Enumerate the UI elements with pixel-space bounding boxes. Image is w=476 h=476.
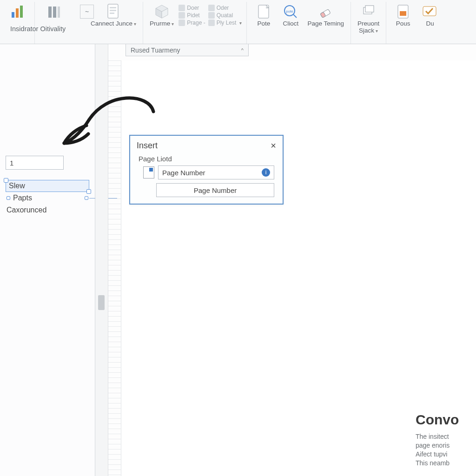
dialog-titlebar: Insert × xyxy=(130,136,283,154)
mini-row-4[interactable]: Oder xyxy=(208,5,242,11)
search-target-icon: pote xyxy=(283,4,298,20)
page-number-field[interactable]: Page Number i xyxy=(158,165,274,179)
dialog-title: Insert xyxy=(137,141,158,151)
document-body-text: Convo The insitect page enoris Aifect tu… xyxy=(416,412,476,468)
mini-icon xyxy=(178,12,185,19)
clioct-label: Clioct xyxy=(283,20,298,27)
svg-rect-22 xyxy=(400,11,406,16)
mini-label: Oder xyxy=(217,5,229,11)
doc-line: page enoris xyxy=(416,441,476,450)
info-icon[interactable]: i xyxy=(262,168,270,177)
vertical-ruler xyxy=(108,60,121,476)
clioct-button[interactable]: pote Clioct xyxy=(278,3,303,28)
cube-icon xyxy=(154,4,170,20)
page-orange-icon xyxy=(395,4,411,20)
mini-label: Quatal xyxy=(217,12,233,19)
mini-row-3[interactable]: Prage - xyxy=(178,20,205,26)
nav-item-slew[interactable]: Slew xyxy=(6,180,89,192)
page-teming-label: Page Teming xyxy=(307,20,344,27)
nav-item-label: Papts xyxy=(13,194,32,202)
mini-icon xyxy=(208,5,215,11)
pous-button[interactable]: Pous xyxy=(391,3,415,28)
mini-label: Doer xyxy=(187,5,199,11)
svg-rect-2 xyxy=(20,6,23,18)
mini-icon xyxy=(178,20,185,26)
doc-line: Aifect tupvi xyxy=(416,450,476,459)
ribbon-group-1: ~ Insidrator Oitivality xyxy=(1,2,35,44)
connect-junce-label: Cannect Junce xyxy=(91,20,136,27)
mini-row-6[interactable]: Ply Lest xyxy=(208,20,242,26)
button-label: Page Number xyxy=(194,186,237,194)
chart-icon xyxy=(10,4,26,20)
svg-rect-7 xyxy=(110,7,116,8)
mini-icon xyxy=(208,20,215,26)
dialog-section-label: Page Liotd xyxy=(130,154,283,165)
note-icon xyxy=(256,4,271,20)
du-label: Du xyxy=(426,20,434,27)
ribbon-toolbar: ~ Insidrator Oitivality Cannect Junce Pr… xyxy=(0,0,476,44)
page-number-button[interactable]: Page Number xyxy=(156,183,274,197)
svg-text:pote: pote xyxy=(286,9,294,13)
preuont-label: Preuont Sjack xyxy=(357,20,379,34)
ribbon-group-preuont: Preuont Sjack xyxy=(351,2,386,44)
prurme-button[interactable]: Prurme xyxy=(148,3,176,28)
page-icon xyxy=(106,4,121,20)
ribbon-group-pote: Pote pote Clioct Page Teming xyxy=(247,2,351,44)
scroll-thumb[interactable] xyxy=(98,295,105,310)
pous-label: Pous xyxy=(396,20,410,27)
ribbon-group-prurme: Prurme Doer Pidet Prage - Oder Quatal Pl… xyxy=(143,2,247,44)
ribbon-group-1-label: Insidrator Oitivality xyxy=(10,25,66,33)
svg-rect-20 xyxy=(365,6,374,12)
nav-item-label: Caxorunced xyxy=(7,206,46,214)
mini-icon xyxy=(208,12,215,19)
insidrator-button[interactable] xyxy=(6,3,30,21)
mini-options-stack-2: Oder Quatal Ply Lest xyxy=(208,5,242,26)
mini-icon xyxy=(178,5,185,11)
subribbon-label: Rused Tuarmeny xyxy=(131,46,180,54)
pote-button[interactable]: Pote xyxy=(251,3,276,28)
svg-line-15 xyxy=(293,14,297,18)
nav-item-papts[interactable]: Papts xyxy=(6,192,89,204)
mini-row-2[interactable]: Pidet xyxy=(178,12,205,19)
mini-label: Pidet xyxy=(187,12,199,19)
doc-line: This neamb xyxy=(416,459,476,468)
du-button[interactable]: Du xyxy=(418,3,442,28)
navigation-panel: Slew Papts Caxorunced xyxy=(0,44,95,476)
mini-label: Prage - xyxy=(187,20,205,26)
mini-row-5[interactable]: Quatal xyxy=(208,12,242,19)
mini-options-stack: Doer Pidet Prage - xyxy=(178,5,205,26)
nav-item-label: Slew xyxy=(9,182,25,190)
subribbon-dropdown[interactable]: Rused Tuarmeny ^ xyxy=(126,44,249,56)
page-teming-button[interactable]: Page Teming xyxy=(305,3,346,28)
eraser-icon xyxy=(318,4,334,20)
ribbon-group-pous: Pous Du xyxy=(386,2,447,44)
field-label: Page Number xyxy=(162,169,205,177)
doc-line: The insitect xyxy=(416,432,476,441)
misc-square-icon[interactable]: ~ xyxy=(80,5,94,19)
svg-rect-3 xyxy=(48,7,52,18)
connect-junce-button[interactable]: Cannect Junce xyxy=(89,3,138,28)
insert-dialog: Insert × Page Liotd Page Number i Page N… xyxy=(129,135,284,205)
svg-rect-4 xyxy=(53,7,56,18)
columns-icon xyxy=(46,4,62,20)
prurme-label: Prurme xyxy=(150,20,174,27)
handle-icon xyxy=(7,196,10,200)
svg-rect-1 xyxy=(16,8,19,18)
svg-rect-8 xyxy=(110,10,116,11)
preuont-sjack-button[interactable]: Preuont Sjack xyxy=(356,3,381,35)
mini-label: Ply Lest xyxy=(217,20,237,26)
svg-rect-9 xyxy=(110,13,114,14)
mini-row-1[interactable]: Doer xyxy=(178,5,205,11)
close-icon[interactable]: × xyxy=(271,140,276,151)
page-number-input[interactable] xyxy=(6,156,64,170)
chevron-up-icon: ^ xyxy=(241,47,244,53)
stack-icon xyxy=(361,4,377,20)
nav-list: Slew Papts Caxorunced xyxy=(6,180,89,216)
svg-rect-5 xyxy=(58,7,60,18)
nav-item-caxorunced[interactable]: Caxorunced xyxy=(6,204,89,216)
vertical-scroll-gutter[interactable] xyxy=(95,44,108,476)
doc-heading: Convo xyxy=(416,412,476,428)
handle-icon xyxy=(85,196,88,200)
dialog-field-row: Page Number i xyxy=(130,165,283,183)
check-card-icon xyxy=(422,4,438,20)
